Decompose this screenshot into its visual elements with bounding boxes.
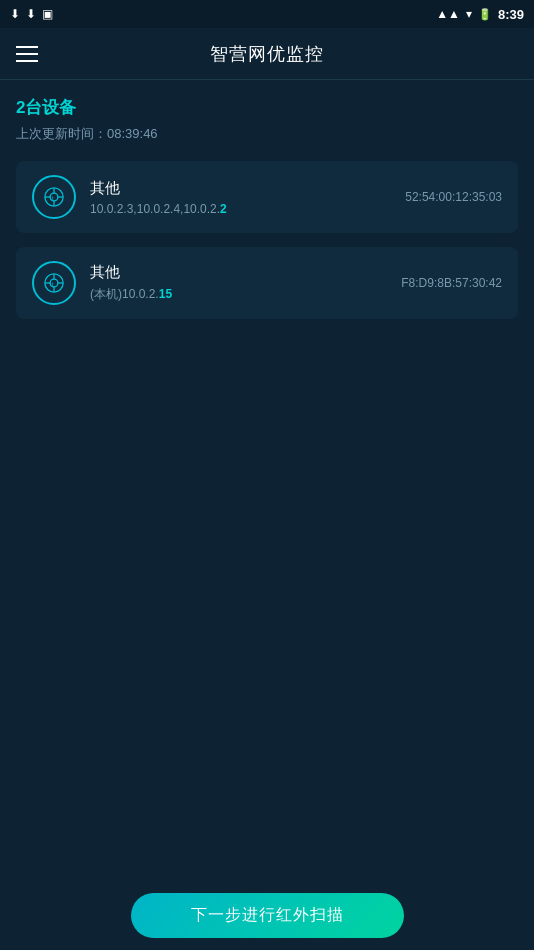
device-ip-2: (本机)10.0.2.15	[90, 286, 387, 303]
device-ip-1: 10.0.2.3,10.0.2.4,10.0.2.2	[90, 202, 391, 216]
wifi-icon: ▾	[466, 7, 472, 21]
status-bar: ⬇ ⬇ ▣ ▲▲ ▾ 🔋 8:39	[0, 0, 534, 28]
status-bar-left: ⬇ ⬇ ▣	[10, 7, 53, 21]
bottom-area: 下一步进行红外扫描	[0, 880, 534, 950]
app-title: 智营网优监控	[210, 42, 324, 66]
device-card-2[interactable]: It 其他 (本机)10.0.2.15 F8:D9:8B:57:30:42	[16, 247, 518, 319]
device-icon-1: It	[32, 175, 76, 219]
device-name-1: 其他	[90, 179, 391, 198]
download-icon: ⬇	[26, 7, 36, 21]
nav-bar: 智营网优监控	[0, 28, 534, 80]
device-info-2: 其他 (本机)10.0.2.15	[90, 263, 387, 303]
wifi-signal-icon: ▲▲	[436, 7, 460, 21]
device-name-2: 其他	[90, 263, 387, 282]
next-scan-button[interactable]: 下一步进行红外扫描	[131, 893, 404, 938]
device-count-title: 2台设备	[16, 96, 518, 119]
app-icon: ▣	[42, 7, 53, 21]
svg-text:It: It	[50, 281, 54, 287]
notification-icon: ⬇	[10, 7, 20, 21]
device-info-1: 其他 10.0.2.3,10.0.2.4,10.0.2.2	[90, 179, 391, 216]
main-content: 2台设备 上次更新时间：08:39:46 It 其他 10.0.2.3,10.0…	[0, 80, 534, 880]
menu-line-2	[16, 53, 38, 55]
last-update-time: 上次更新时间：08:39:46	[16, 125, 518, 143]
battery-icon: 🔋	[478, 8, 492, 21]
menu-line-3	[16, 60, 38, 62]
menu-button[interactable]	[16, 46, 38, 62]
device-card-1[interactable]: It 其他 10.0.2.3,10.0.2.4,10.0.2.2 52:54:0…	[16, 161, 518, 233]
status-bar-right: ▲▲ ▾ 🔋 8:39	[436, 7, 524, 22]
svg-text:It: It	[50, 195, 54, 201]
device-mac-2: F8:D9:8B:57:30:42	[401, 276, 502, 290]
device-icon-2: It	[32, 261, 76, 305]
device-mac-1: 52:54:00:12:35:03	[405, 190, 502, 204]
time-display: 8:39	[498, 7, 524, 22]
menu-line-1	[16, 46, 38, 48]
